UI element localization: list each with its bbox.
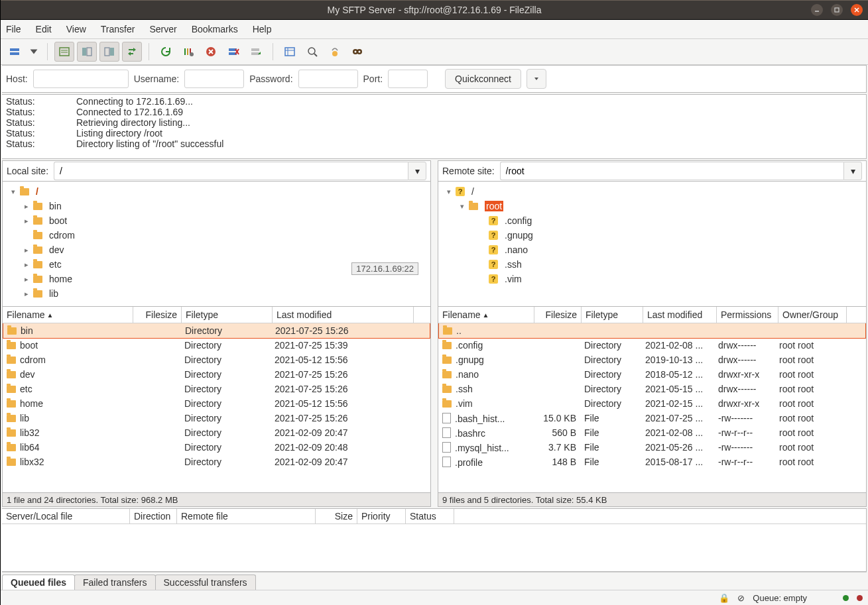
menubar: File Edit View Transfer Server Bookmarks…: [1, 20, 868, 39]
toggle-message-log-button[interactable]: [54, 42, 74, 62]
tree-item[interactable]: ▸dev: [3, 243, 430, 257]
menu-server[interactable]: Server: [149, 24, 176, 34]
refresh-button[interactable]: [156, 42, 176, 62]
local-site-dropdown[interactable]: ▾: [408, 162, 426, 180]
local-site-path-input[interactable]: [54, 162, 408, 180]
window-maximize-button[interactable]: [831, 4, 843, 16]
file-icon: [442, 427, 451, 438]
tree-item[interactable]: ?.config: [438, 213, 866, 228]
list-item[interactable]: lib32Directory2021-02-09 20:47: [3, 425, 430, 440]
list-item[interactable]: devDirectory2021-07-25 15:26: [3, 367, 430, 382]
queue-col-status[interactable]: Status: [406, 509, 454, 523]
search-button[interactable]: [347, 42, 367, 62]
local-col-modified[interactable]: Last modified: [273, 307, 414, 323]
remote-site-dropdown[interactable]: ▾: [843, 162, 862, 180]
tab-queued-files[interactable]: Queued files: [2, 575, 75, 590]
host-input[interactable]: [33, 70, 129, 88]
filter-button[interactable]: [280, 42, 300, 62]
window-close-button[interactable]: [851, 4, 863, 16]
local-col-filesize[interactable]: Filesize: [133, 307, 182, 323]
menu-edit[interactable]: Edit: [36, 24, 52, 34]
list-item[interactable]: etcDirectory2021-07-25 15:26: [3, 382, 430, 396]
svg-rect-25: [251, 52, 259, 55]
list-item[interactable]: homeDirectory2021-05-12 15:56: [3, 396, 430, 411]
quickconnect-history-dropdown[interactable]: [527, 69, 546, 89]
queue-col-size[interactable]: Size: [316, 509, 357, 523]
remote-col-modified[interactable]: Last modified: [643, 307, 717, 323]
list-item[interactable]: .bashrc560 BFile2021-02-08 ...-rw-r--r--…: [438, 425, 866, 440]
menu-file[interactable]: File: [6, 24, 21, 34]
list-item[interactable]: .profile148 BFile2015-08-17 ...-rw-r--r-…: [438, 455, 866, 469]
message-log[interactable]: Status:Connecting to 172.16.1.69... Stat…: [2, 94, 867, 159]
list-item[interactable]: lib64Directory2021-02-09 20:48: [3, 440, 430, 455]
tree-item[interactable]: ▸boot: [3, 213, 430, 228]
folder-icon: [7, 459, 16, 466]
reconnect-button[interactable]: [246, 42, 266, 62]
list-item[interactable]: .mysql_hist...3.7 KBFile2021-05-26 ...-r…: [438, 440, 866, 455]
file-icon: [442, 413, 451, 423]
site-manager-button[interactable]: [5, 42, 25, 62]
disconnect-button[interactable]: [223, 42, 243, 62]
tree-item[interactable]: ?.vim: [438, 272, 866, 286]
tree-item[interactable]: ▾root: [438, 199, 866, 213]
username-label: Username:: [134, 74, 179, 84]
list-item[interactable]: bootDirectory2021-07-25 15:39: [3, 338, 430, 353]
list-item[interactable]: .vimDirectory2021-02-15 ...drwxr-xr-xroo…: [438, 396, 866, 411]
local-file-list[interactable]: Filename▲ Filesize Filetype Last modifie…: [2, 307, 431, 493]
process-queue-button[interactable]: [178, 42, 198, 62]
list-item[interactable]: binDirectory2021-07-25 15:26: [3, 323, 430, 339]
directory-compare-button[interactable]: [302, 42, 322, 62]
list-item[interactable]: .nanoDirectory2018-05-12 ...drwxr-xr-xro…: [438, 367, 866, 382]
local-col-filename[interactable]: Filename▲: [3, 307, 133, 323]
list-item[interactable]: .bash_hist...15.0 KBFile2021-07-25 ...-r…: [438, 411, 866, 425]
queue-col-remote[interactable]: Remote file: [177, 509, 316, 523]
tree-item[interactable]: ?.ssh: [438, 257, 866, 272]
list-item[interactable]: .configDirectory2021-02-08 ...drwx------…: [438, 338, 866, 353]
tab-failed-transfers[interactable]: Failed transfers: [74, 575, 155, 590]
tree-item[interactable]: ?.nano: [438, 243, 866, 257]
remote-col-permissions[interactable]: Permissions: [717, 307, 778, 323]
toggle-remote-tree-button[interactable]: [99, 42, 119, 62]
local-directory-tree[interactable]: ▾/ ▸bin▸bootcdrom▸dev▸etc▸home▸lib 172.1…: [2, 182, 431, 307]
menu-view[interactable]: View: [66, 24, 86, 34]
remote-col-filename[interactable]: Filename▲: [438, 307, 534, 323]
local-col-filetype[interactable]: Filetype: [182, 307, 273, 323]
password-input[interactable]: [298, 70, 358, 88]
toggle-transfer-queue-button[interactable]: [122, 42, 142, 62]
window-minimize-button[interactable]: [811, 4, 823, 16]
site-manager-dropdown[interactable]: [27, 42, 40, 62]
list-item[interactable]: .sshDirectory2021-05-15 ...drwx------roo…: [438, 382, 866, 396]
remote-col-filesize[interactable]: Filesize: [534, 307, 582, 323]
tree-item[interactable]: ?.gnupg: [438, 228, 866, 243]
menu-transfer[interactable]: Transfer: [101, 24, 135, 34]
quickconnect-button[interactable]: Quickconnect: [445, 69, 521, 89]
menu-bookmarks[interactable]: Bookmarks: [192, 24, 238, 34]
transfer-queue[interactable]: Server/Local file Direction Remote file …: [2, 508, 867, 572]
list-item[interactable]: libDirectory2021-07-25 15:26: [3, 411, 430, 425]
queue-col-direction[interactable]: Direction: [130, 509, 177, 523]
list-item[interactable]: .gnupgDirectory2019-10-13 ...drwx------r…: [438, 353, 866, 367]
svg-rect-6: [60, 48, 69, 56]
queue-col-local[interactable]: Server/Local file: [2, 509, 130, 523]
toggle-local-tree-button[interactable]: [77, 42, 97, 62]
remote-col-owner[interactable]: Owner/Group: [778, 307, 847, 323]
list-item[interactable]: cdromDirectory2021-05-12 15:56: [3, 353, 430, 367]
tree-item[interactable]: cdrom: [3, 228, 430, 243]
remote-site-path-input[interactable]: [500, 162, 843, 180]
list-item[interactable]: libx32Directory2021-02-09 20:47: [3, 455, 430, 469]
tab-successful-transfers[interactable]: Successful transfers: [155, 575, 256, 590]
pane-splitter[interactable]: [432, 160, 436, 507]
sync-browsing-button[interactable]: [325, 42, 345, 62]
queue-col-priority[interactable]: Priority: [357, 509, 406, 523]
remote-directory-tree[interactable]: ▾?/ ▾root ?.config?.gnupg?.nano?.ssh?.vi…: [438, 182, 867, 307]
port-input[interactable]: [388, 70, 428, 88]
remote-file-list[interactable]: Filename▲ Filesize Filetype Last modifie…: [438, 307, 867, 493]
tree-item[interactable]: ▸lib: [3, 286, 430, 301]
tree-item[interactable]: ▸bin: [3, 199, 430, 213]
remote-col-filetype[interactable]: Filetype: [582, 307, 643, 323]
cancel-button[interactable]: [201, 42, 221, 62]
menu-help[interactable]: Help: [253, 24, 272, 34]
list-item[interactable]: ..: [438, 323, 866, 339]
svg-rect-26: [285, 48, 294, 56]
username-input[interactable]: [184, 70, 244, 88]
